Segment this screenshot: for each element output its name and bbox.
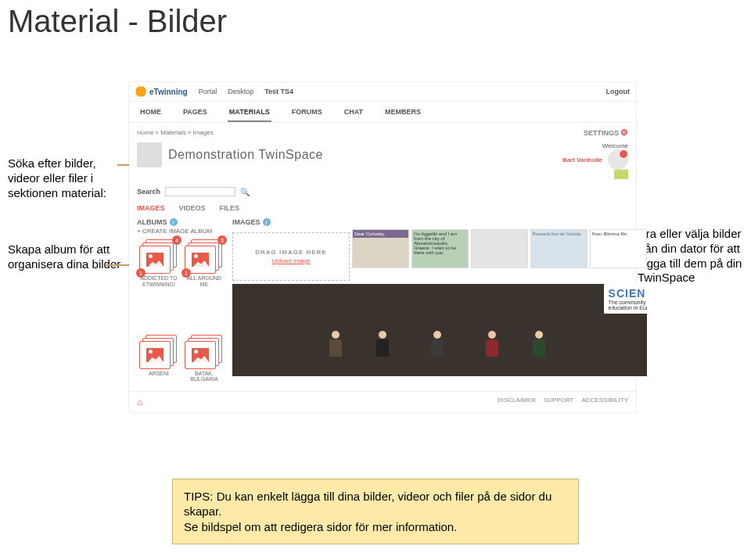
settings-link[interactable]: SETTINGS⚙ [584,127,628,138]
album-count-badge: 3 [217,235,227,245]
logout-link[interactable]: Logout [606,88,631,95]
breadcrumb[interactable]: Home » Materials » Images [137,129,214,136]
nav-forums[interactable]: FORUMS [292,108,322,116]
footer-disclaimer[interactable]: DISCLAIMER [498,397,536,407]
album-item[interactable]: 3 1 ALL AROUND ME [182,239,226,288]
drop-label: DRAG IMAGE HERE [255,249,326,256]
welcome-box: Welcome Bart Vanhulle [562,142,628,179]
material-tabs: IMAGES VIDEOS FILES [129,199,636,214]
large-image[interactable]: SCIEN The community for s education in E… [232,284,647,376]
album-item[interactable]: 4 1 ADDICTED TO ETWINNING! [137,239,181,288]
brand-logo: eTwinning [135,86,188,97]
images-heading: IMAGESi [232,218,647,226]
tip-box: TIPS: Du kan enkelt lägga till dina bild… [172,479,579,545]
search-input[interactable] [165,187,235,196]
top-bar: eTwinning Portal Desktop Test TS4 Logout [129,82,636,102]
create-album-link[interactable]: + CREATE IMAGE ALBUM [137,228,212,235]
album-count-badge: 4 [172,235,181,245]
album-item[interactable]: BATAK, BULGARIA [182,335,226,382]
picture-icon [146,348,163,362]
user-name[interactable]: Bart Vanhulle [562,156,602,163]
picture-icon [146,253,163,267]
drop-zone[interactable]: DRAG IMAGE HERE Upload image [232,232,350,281]
screenshot-frame: eTwinning Portal Desktop Test TS4 Logout… [129,82,636,412]
info-icon[interactable]: i [263,218,271,226]
brand-text: eTwinning [149,88,188,96]
avatar[interactable] [608,149,628,170]
callout-search: Söka efter bilder, videor eller filer i … [8,156,121,200]
footer-accessibility[interactable]: ACCESSIBILITY [581,397,628,407]
nav-home[interactable]: HOME [140,108,161,116]
tip-line1: TIPS: Du kan enkelt lägga till dina bild… [184,489,567,519]
album-caption: BATAK, BULGARIA [182,371,226,382]
home-icon[interactable]: ⌂ [137,397,142,407]
album-item[interactable]: ARSENI [137,335,181,382]
footer: ⌂ DISCLAIMER SUPPORT ACCESSIBILITY [129,391,636,412]
main-nav: HOME PAGES MATERIALS FORUMS CHAT MEMBERS [129,102,636,123]
album-count-badge: 1 [181,268,191,278]
nav-chat[interactable]: CHAT [344,108,363,116]
tab-files[interactable]: FILES [220,204,240,212]
scientix-overlay: SCIEN The community for s education in E… [604,284,647,314]
slide-title: Material - Bilder [0,0,751,43]
image-thumb[interactable]: Dear Curiosity, [352,229,409,268]
tab-images[interactable]: IMAGES [137,204,165,212]
upload-link[interactable]: Upload image [271,257,310,264]
album-caption: ARSENI [137,371,181,376]
mail-icon[interactable] [614,170,628,179]
top-link-desktop[interactable]: Desktop [228,88,253,95]
gear-icon: ⚙ [620,127,628,138]
album-count-badge: 1 [136,268,146,278]
page-title: Demonstration TwinSpace [168,148,323,162]
nav-pages[interactable]: PAGES [183,108,207,116]
top-link-project[interactable]: Test TS4 [264,88,293,95]
album-caption: ALL AROUND ME [182,275,226,288]
image-thumb[interactable] [471,229,528,268]
picture-icon [192,348,209,362]
callout-albums: Skapa album för att organisera dina bild… [8,242,121,272]
workspace-avatar [137,142,162,167]
nav-members[interactable]: MEMBERS [385,108,421,116]
image-thumb[interactable]: From: Φίλιππος Μπ. [590,229,647,268]
album-caption: ADDICTED TO ETWINNING! [137,275,181,288]
albums-heading: ALBUMSi [137,218,226,226]
image-thumb[interactable]: I'm Aggeliki and I am from the city of A… [411,229,469,268]
top-link-portal[interactable]: Portal [199,88,217,95]
search-icon[interactable]: 🔍 [240,188,250,196]
flower-icon [135,86,146,97]
footer-support[interactable]: SUPPORT [544,397,574,407]
image-thumb[interactable]: Postcards from ter Curiosity [530,229,588,268]
nav-materials[interactable]: MATERIALS [229,108,270,116]
tip-line2: Se bildspel om att redigera sidor för me… [184,519,567,535]
search-label: Search [137,188,160,196]
info-icon[interactable]: i [170,218,178,226]
tab-videos[interactable]: VIDEOS [179,204,206,212]
picture-icon [192,253,209,267]
